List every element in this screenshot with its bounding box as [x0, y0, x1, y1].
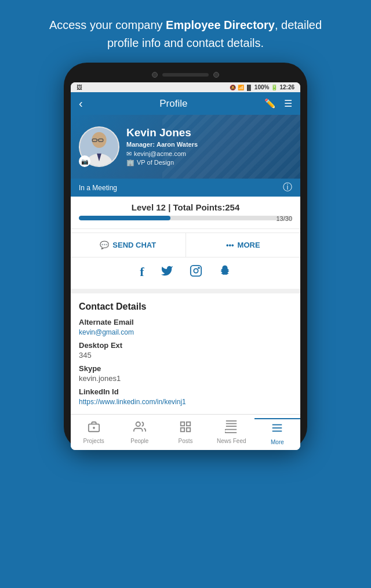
phone-screen: 🖼 🔕 📶 ▐▌ 100% 🔋 12:26 ‹ Profile ✏️ ☰: [71, 82, 300, 450]
menu-icon[interactable]: ☰: [284, 98, 292, 109]
svg-point-7: [198, 267, 199, 268]
tab-more[interactable]: More: [254, 418, 300, 448]
contact-field-desktop-ext: Desktop Ext 345: [79, 341, 292, 360]
action-row: 💬 SEND CHAT ••• MORE: [71, 233, 300, 257]
tab-bar: Projects People: [71, 414, 300, 450]
phone-wrapper: 🖼 🔕 📶 ▐▌ 100% 🔋 12:26 ‹ Profile ✏️ ☰: [0, 63, 371, 450]
avatar-wrap: 📷: [79, 126, 119, 167]
more-label: MORE: [238, 241, 260, 249]
contact-field-alternate-email: Alternate Email kevin@gmail.com: [79, 318, 292, 336]
phone-camera: [152, 72, 158, 78]
posts-tab-label: Posts: [179, 438, 193, 444]
progress-bar-wrap: 13/30: [71, 216, 300, 225]
twitter-icon[interactable]: [161, 264, 173, 281]
status-icons: 🔕 📶 ▐▌: [230, 85, 253, 90]
progress-bar-fill: [79, 216, 170, 220]
svg-point-11: [136, 422, 140, 426]
contact-field-skype: Skype kevin.jones1: [79, 364, 292, 383]
status-arrow-icon[interactable]: ⓘ: [283, 182, 292, 194]
nav-title: Profile: [159, 98, 187, 110]
edit-icon[interactable]: ✏️: [264, 98, 276, 109]
contact-details: Contact Details Alternate Email kevin@gm…: [71, 293, 300, 414]
posts-icon: [179, 420, 192, 436]
svg-point-1: [92, 132, 106, 148]
level-label: Level 12 | Total Points:254: [71, 197, 300, 216]
alternate-email-label: Alternate Email: [79, 318, 292, 326]
avatar-camera-icon[interactable]: 📷: [79, 155, 90, 167]
svg-rect-13: [187, 422, 190, 426]
skype-value: kevin.jones1: [79, 374, 292, 383]
contact-field-linkedin: LinkedIn Id https://www.linkedin.com/in/…: [79, 387, 292, 406]
projects-tab-label: Projects: [83, 438, 104, 444]
facebook-icon[interactable]: f: [140, 264, 144, 281]
contact-section-title: Contact Details: [79, 302, 292, 312]
profile-manager: Manager: Aaron Waters: [126, 141, 198, 148]
svg-rect-5: [190, 266, 201, 276]
profile-name: Kevin Jones: [126, 126, 198, 139]
svg-rect-14: [181, 428, 184, 431]
send-chat-label: SEND CHAT: [112, 241, 156, 249]
profile-title: 🏢 VP of Design: [126, 159, 198, 166]
people-icon: [133, 420, 146, 436]
more-dots-icon: •••: [226, 241, 234, 249]
svg-rect-12: [181, 422, 184, 426]
linkedin-link[interactable]: https://www.linkedin.com/in/kevinj1: [79, 398, 186, 406]
desktop-ext-label: Desktop Ext: [79, 341, 292, 350]
nav-bar-icons: ✏️ ☰: [264, 98, 292, 109]
tab-projects[interactable]: Projects: [71, 418, 117, 448]
svg-point-6: [194, 268, 198, 273]
projects-icon: [88, 420, 100, 436]
status-bar: 🖼 🔕 📶 ▐▌ 100% 🔋 12:26: [71, 82, 300, 92]
more-icon: [271, 422, 283, 437]
more-tab-label: More: [271, 439, 284, 445]
send-chat-button[interactable]: 💬 SEND CHAT: [71, 233, 186, 257]
profile-header: 📷 Kevin Jones Manager: Aaron Waters ✉ ke…: [71, 115, 300, 179]
svg-rect-15: [187, 428, 190, 431]
back-button[interactable]: ‹: [79, 97, 83, 110]
status-bar-right: 🔕 📶 ▐▌ 100% 🔋 12:26: [230, 84, 294, 90]
progress-label: 13/30: [276, 215, 292, 222]
phone-camera-2: [213, 72, 219, 78]
hero-section: Access your company Employee Directory, …: [0, 0, 371, 63]
time-display: 12:26: [279, 84, 294, 90]
alternate-email-link[interactable]: kevin@gmail.com: [79, 328, 134, 336]
profile-email: ✉ kevinj@acme.com: [126, 150, 198, 158]
newsfeed-icon: [225, 420, 238, 436]
linkedin-label: LinkedIn Id: [79, 387, 292, 396]
phone-device: 🖼 🔕 📶 ▐▌ 100% 🔋 12:26 ‹ Profile ✏️ ☰: [64, 63, 307, 450]
card-divider-1: [71, 228, 300, 229]
tab-posts[interactable]: Posts: [162, 418, 208, 448]
email-icon: ✉: [126, 150, 132, 158]
profile-card: Level 12 | Total Points:254 13/30 💬 SEND…: [71, 197, 300, 289]
instagram-icon[interactable]: [190, 264, 202, 281]
alternate-email-value[interactable]: kevin@gmail.com: [79, 328, 292, 336]
hero-text-bold: Employee Directory: [166, 19, 275, 31]
status-text: In a Meeting: [79, 184, 117, 192]
battery-percent: 100%: [254, 84, 270, 90]
tab-people[interactable]: People: [117, 418, 162, 448]
snapchat-icon[interactable]: [219, 264, 231, 281]
progress-bar-bg: [79, 216, 292, 220]
social-row: f: [71, 257, 300, 289]
phone-notch: [71, 72, 300, 78]
chat-icon: 💬: [100, 241, 109, 249]
hero-text-prefix: Access your company: [49, 19, 166, 31]
newsfeed-tab-label: News Feed: [217, 438, 246, 444]
status-strip: In a Meeting ⓘ: [71, 179, 300, 197]
people-tab-label: People: [130, 438, 148, 444]
nav-bar: ‹ Profile ✏️ ☰: [71, 92, 300, 115]
profile-info: Kevin Jones Manager: Aaron Waters ✉ kevi…: [126, 126, 198, 168]
tab-newsfeed[interactable]: News Feed: [209, 418, 254, 448]
phone-speaker: [162, 73, 209, 77]
battery-icon: 🔋: [271, 84, 278, 90]
more-button[interactable]: ••• MORE: [186, 233, 301, 257]
email-link[interactable]: kevinj@acme.com: [134, 150, 186, 157]
linkedin-value[interactable]: https://www.linkedin.com/in/kevinj1: [79, 397, 292, 406]
status-icon: 🖼: [77, 84, 82, 90]
desktop-ext-value: 345: [79, 351, 292, 360]
title-icon: 🏢: [126, 159, 134, 166]
skype-label: Skype: [79, 364, 292, 373]
status-bar-left: 🖼: [77, 84, 82, 90]
